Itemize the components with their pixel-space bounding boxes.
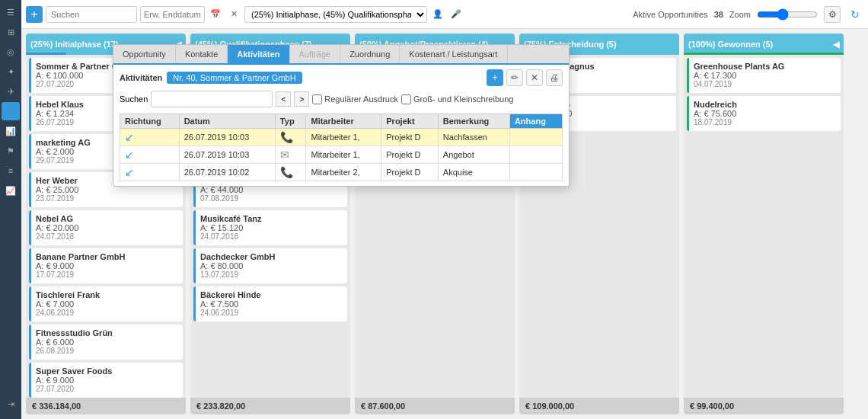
card-baeckerei[interactable]: Bäckerei Hinde A: € 7.500 24.06.2019 [193, 286, 347, 321]
card-title: Banane Partner GmbH [36, 252, 178, 261]
card-date: 24.06.2019 [36, 309, 178, 317]
x-icon[interactable]: ✕ [226, 7, 241, 22]
plane-icon[interactable]: ✈ [2, 82, 20, 101]
table-row[interactable]: ↙ 26.07.2019 10:03 📞 Mitarbeiter 1, Proj… [120, 129, 563, 146]
modal-actions: + ✏ ✕ 🖨 [487, 69, 563, 86]
card-greenhouse[interactable]: Greenhouse Plants AG A: € 17.300 04.07.2… [687, 58, 841, 93]
list-icon[interactable]: ≡ [2, 162, 20, 180]
mic-icon[interactable]: 🎤 [448, 7, 464, 22]
cell-typ: ✉ [275, 146, 306, 164]
edit-activity-button[interactable]: ✏ [506, 69, 523, 86]
kanban-col-5: (100%) Gewonnen (5) ◀ Greenhouse Plants … [684, 34, 844, 414]
cell-typ: 📞 [275, 164, 306, 181]
next-button[interactable]: > [294, 91, 309, 107]
crm-nav-item[interactable]: CRM [2, 102, 20, 120]
card-date: 24.06.2019 [200, 309, 343, 317]
person-icon[interactable]: 👤 [430, 7, 445, 22]
card-banane[interactable]: Banane Partner GmbH A: € 9.000 17.07.201… [29, 248, 183, 283]
menu-icon[interactable]: ☰ [2, 3, 20, 21]
card-amount: A: € 6.000 [36, 337, 178, 347]
record-badge: Nr. 40, Sommer & Partner GmbH [167, 72, 302, 84]
search-input[interactable] [46, 6, 137, 23]
th-mitarbeiter: Mitarbeiter [306, 114, 381, 129]
refresh-button[interactable]: ↻ [847, 6, 863, 23]
flag-icon[interactable]: ⚑ [2, 142, 20, 160]
card-nebel[interactable]: Nebel AG A: € 20.000 24.07.2018 [29, 210, 183, 245]
modal-tabs: Opportunity Kontakte Aktivitäten Aufträg… [113, 45, 569, 65]
tab-kontakte[interactable]: Kontakte [176, 45, 228, 63]
cell-mitarbeiter: Mitarbeiter 1, [306, 146, 381, 164]
col-body-5: Greenhouse Plants AG A: € 17.300 04.07.2… [684, 55, 844, 398]
card-title: Super Saver Foods [36, 366, 178, 376]
card-tischlerei[interactable]: Tischlerei Frank A: € 7.000 24.06.2019 [29, 286, 183, 321]
card-title: Tischlerei Frank [36, 290, 178, 299]
trend-icon[interactable]: 📈 [2, 181, 20, 200]
card-date: 23.07.2019 [36, 194, 178, 203]
card-date: 24.07.2018 [200, 232, 343, 241]
grid-icon[interactable]: ⊞ [2, 23, 20, 41]
collapse-arrow-5[interactable]: ◀ [833, 40, 839, 50]
col-total-5: € 99.400,00 [690, 401, 734, 411]
modal-body: Aktivitäten Nr. 40, Sommer & Partner Gmb… [113, 65, 569, 186]
cell-direction: ↙ [120, 129, 180, 146]
main-area: + 📅 ✕ (25%) Initialphase, (45%) Qualifik… [21, 0, 868, 419]
settings-button[interactable]: ⚙ [824, 6, 841, 23]
phase-filter[interactable]: (25%) Initialphase, (45%) Qualifikations… [244, 6, 427, 23]
card-date: 07.08.2019 [200, 194, 343, 203]
th-typ: Typ [275, 114, 306, 129]
card-amount: A: € 80.000 [200, 261, 343, 270]
add-button[interactable]: + [26, 6, 43, 23]
card-date: 18.07.2019 [694, 118, 836, 126]
logout-icon[interactable]: ⇥ [2, 395, 20, 413]
col-footer-3: € 87.600,00 [355, 398, 515, 414]
cell-bemerkung: Nachfassen [438, 129, 509, 146]
card-amount: A: € 20.000 [36, 223, 178, 232]
chart-icon[interactable]: 📊 [2, 122, 20, 140]
card-nudelreich[interactable]: Nudelreich A: € 75.600 18.07.2019 [687, 96, 841, 131]
card-title: Dachdecker GmbH [200, 252, 343, 261]
tab-auftraege[interactable]: Aufträge [290, 45, 341, 63]
col-footer-1: € 336.184,00 [26, 398, 186, 414]
card-super-saver[interactable]: Super Saver Foods A: € 9.000 27.07.2020 [29, 363, 183, 398]
zoom-slider[interactable] [757, 8, 818, 21]
regex-checkbox-label[interactable]: Regulärer Ausdruck [312, 94, 398, 104]
calendar-icon[interactable]: 📅 [208, 7, 223, 22]
card-date: 27.07.2020 [36, 385, 178, 393]
print-activity-button[interactable]: 🖨 [546, 69, 563, 86]
cell-anhang [509, 129, 562, 146]
case-checkbox-label[interactable]: Groß- und Kleinschreibung [401, 94, 513, 104]
card-amount: A: € 7.000 [36, 299, 178, 309]
prev-button[interactable]: < [276, 91, 291, 107]
activities-label: Aktivitäten [120, 73, 162, 82]
tab-kostenart[interactable]: Kostenart / Leistungsart [400, 45, 507, 63]
tab-aktivitaeten[interactable]: Aktivitäten [228, 45, 289, 63]
th-richtung: Richtung [120, 114, 180, 129]
tab-zuordnung[interactable]: Zuordnung [340, 45, 400, 63]
card-musikcafe[interactable]: Musikcafé Tanz A: € 15.120 24.07.2018 [193, 210, 347, 245]
case-label: Groß- und Kleinschreibung [413, 94, 513, 104]
case-checkbox[interactable] [401, 94, 411, 104]
cell-typ: 📞 [275, 129, 306, 146]
tab-opportunity[interactable]: Opportunity [113, 45, 176, 63]
add-activity-button[interactable]: + [487, 69, 503, 86]
sidebar: ☰ ⊞ ◎ ✦ ✈ CRM 📊 ⚑ ≡ 📈 ⇥ [0, 0, 21, 419]
modal-search-row: Suchen < > Regulärer Ausdruck Groß- und … [120, 91, 563, 107]
col-footer-5: € 99.400,00 [684, 398, 844, 414]
active-opps-count: 38 [714, 10, 723, 19]
card-amount: A: € 17.300 [694, 71, 836, 80]
card-fitness[interactable]: Fitnessstudio Grün A: € 6.000 26.08.2019 [29, 325, 183, 360]
circle-icon[interactable]: ◎ [2, 43, 20, 61]
col-total-2: € 233.820,00 [196, 401, 245, 411]
table-row[interactable]: ↙ 26.07.2019 10:03 ✉ Mitarbeiter 1, Proj… [120, 146, 563, 164]
card-dachdecker[interactable]: Dachdecker GmbH A: € 80.000 13.07.2019 [193, 248, 347, 283]
date-field[interactable] [140, 6, 205, 23]
card-amount: A: € 9.000 [36, 376, 178, 385]
activities-search-input[interactable] [151, 91, 273, 107]
col-title-1: (25%) Initialphase (17) [30, 40, 119, 49]
star-icon[interactable]: ✦ [2, 62, 20, 81]
table-row[interactable]: ↙ 26.07.2019 10:02 📞 Mitarbeiter 2, Proj… [120, 164, 563, 181]
close-activity-button[interactable]: ✕ [526, 69, 543, 86]
cell-direction: ↙ [120, 164, 180, 181]
card-title: Nudelreich [694, 100, 836, 109]
regex-checkbox[interactable] [312, 94, 322, 104]
